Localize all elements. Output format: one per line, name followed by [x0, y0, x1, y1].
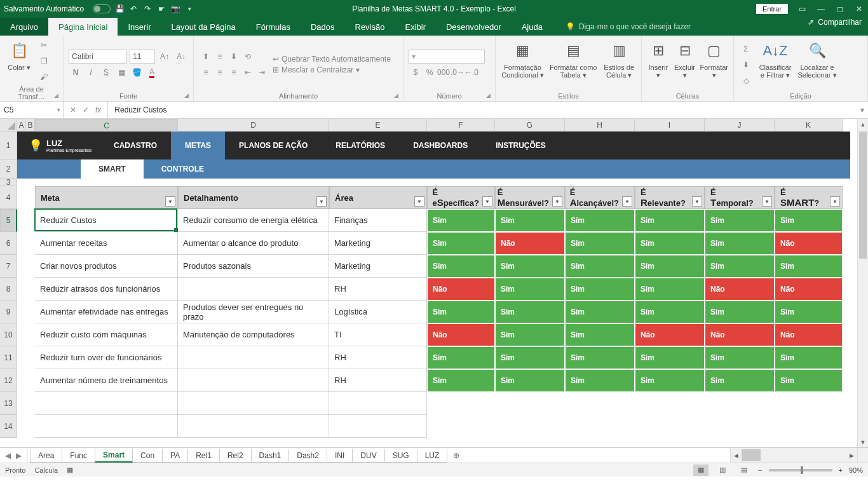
cell-smart-4[interactable]: Sim [705, 255, 775, 278]
column-header-C[interactable]: C [35, 119, 178, 133]
tab-file[interactable]: Arquivo [0, 18, 48, 36]
fill-icon[interactable]: ⬇ [739, 58, 753, 72]
page-layout-view-icon[interactable]: ▥ [715, 464, 730, 476]
scroll-right-icon[interactable]: ▶ [846, 448, 857, 463]
tab-help[interactable]: Ajuda [512, 18, 553, 36]
column-header-F[interactable]: F [427, 119, 495, 132]
column-header-K[interactable]: K [775, 119, 843, 132]
row-header-2[interactable]: 2 [0, 159, 17, 179]
tab-layout[interactable]: Layout da Página [161, 18, 246, 36]
autosave-toggle[interactable] [93, 4, 111, 13]
tab-insert[interactable]: Inserir [118, 18, 161, 36]
row-header-8[interactable]: 8 [0, 278, 17, 301]
cell-smart-0[interactable]: Não [427, 278, 495, 301]
sheet-nav-next-icon[interactable]: ▶ [16, 451, 22, 460]
copy-icon[interactable]: ❐ [37, 54, 51, 68]
cell-smart-1[interactable]: Não [495, 232, 565, 255]
scroll-down-icon[interactable]: ▼ [858, 437, 868, 447]
sheet-tab-pa[interactable]: PA [162, 449, 188, 463]
qat-more-icon[interactable]: ▾ [184, 4, 194, 14]
cell-meta[interactable]: Reduzir custo com máquinas [35, 323, 178, 346]
sheet-tab-dash2[interactable]: Dash2 [288, 449, 327, 463]
cell-smart-4[interactable]: Não [705, 323, 775, 346]
autosum-icon[interactable]: Σ [739, 42, 753, 56]
cell-smart-2[interactable]: Sim [565, 255, 635, 278]
subnav-tab-smart[interactable]: SMART [81, 159, 144, 179]
inc-decimal-icon[interactable]: .0→ [451, 65, 465, 79]
dialog-launcher-icon[interactable]: ◢ [394, 92, 402, 100]
cell-empty[interactable] [178, 415, 329, 438]
cell-smart-5[interactable]: Sim [775, 209, 843, 232]
macro-icon[interactable]: ▦ [67, 466, 73, 474]
cell-smart-4[interactable]: Não [705, 278, 775, 301]
fill-color-icon[interactable]: 🪣 [130, 65, 144, 79]
row-header-1[interactable]: 1 [0, 132, 17, 159]
sheet-tab-sug[interactable]: SUG [384, 449, 417, 463]
cell-smart-2[interactable]: Sim [565, 278, 635, 301]
font-name-select[interactable]: Calibri [69, 50, 127, 64]
cancel-formula-icon[interactable]: ✕ [70, 105, 76, 114]
column-header-D[interactable]: D [178, 119, 329, 132]
cell-meta[interactable]: Criar novos produtos [35, 255, 178, 278]
column-header-A[interactable]: A [17, 119, 26, 132]
row-header-10[interactable]: 10 [0, 323, 17, 346]
column-header-G[interactable]: G [495, 119, 565, 132]
tab-view[interactable]: Exibir [395, 18, 436, 36]
horizontal-scrollbar[interactable]: ◀ ▶ [730, 448, 857, 463]
orientation-icon[interactable]: ⟲ [241, 50, 255, 64]
thousands-icon[interactable]: 000 [437, 65, 451, 79]
filter-dropdown-icon[interactable]: ▼ [482, 196, 492, 207]
cell-empty[interactable] [178, 392, 329, 415]
sheet-tab-dash1[interactable]: Dash1 [251, 449, 290, 463]
percent-icon[interactable]: % [423, 65, 437, 79]
find-select-button[interactable]: 🔍Localizar e Selecionar ▾ [797, 38, 837, 91]
cell-empty[interactable] [35, 415, 178, 438]
row-header-5[interactable]: 5 [0, 209, 17, 232]
cell-smart-2[interactable]: Sim [565, 209, 635, 232]
cell-area[interactable]: RH [329, 346, 427, 369]
paste-button[interactable]: 📋 Colar ▾ [5, 38, 33, 84]
filter-dropdown-icon[interactable]: ▼ [414, 196, 424, 207]
cell-smart-5[interactable]: Não [775, 232, 843, 255]
conditional-format-button[interactable]: ▦Formatação Condicional ▾ [501, 38, 545, 91]
row-header-11[interactable]: 11 [0, 346, 17, 369]
sheet-tab-area[interactable]: Area [30, 449, 62, 463]
align-left-icon[interactable]: ≡ [199, 65, 213, 79]
row-header-12[interactable]: 12 [0, 369, 17, 392]
indent-inc-icon[interactable]: ⇥ [255, 65, 269, 79]
worksheet-grid[interactable]: ABCDEFGHIJK 1234567891011121314 💡LUZPlan… [0, 119, 868, 447]
camera-icon[interactable]: 📷 [170, 4, 180, 14]
cell-smart-5[interactable]: Sim [775, 301, 843, 323]
cell-smart-2[interactable]: Sim [565, 369, 635, 392]
align-center-icon[interactable]: ≡ [213, 65, 227, 79]
close-icon[interactable]: ✕ [854, 4, 864, 14]
cell-smart-3[interactable]: Sim [635, 209, 705, 232]
subnav-tab-controle[interactable]: CONTROLE [144, 159, 222, 179]
undo-icon[interactable]: ↶ [128, 4, 139, 14]
sheet-tab-duv[interactable]: DUV [352, 449, 384, 463]
sheet-tab-rel2[interactable]: Rel2 [219, 449, 252, 463]
cell-smart-3[interactable]: Sim [635, 301, 705, 323]
cell-meta[interactable]: Aumentar número de treinamentos [35, 369, 178, 392]
delete-cells-button[interactable]: ⊟Excluir ▾ [674, 38, 696, 91]
cell-smart-1[interactable]: Sim [495, 278, 565, 301]
nav-tab-metas[interactable]: METAS [171, 132, 225, 159]
shrink-font-icon[interactable]: A↓ [174, 50, 188, 64]
cell-smart-3[interactable]: Sim [635, 346, 705, 369]
cell-smart-1[interactable]: Sim [495, 346, 565, 369]
underline-icon[interactable]: S [99, 65, 113, 79]
cell-smart-3[interactable]: Não [635, 323, 705, 346]
cell-smart-0[interactable]: Sim [427, 255, 495, 278]
cell-det[interactable] [178, 369, 329, 392]
format-painter-icon[interactable]: 🖌 [37, 70, 51, 84]
sheet-tab-rel1[interactable]: Rel1 [187, 449, 220, 463]
row-header-6[interactable]: 6 [0, 232, 17, 255]
page-break-view-icon[interactable]: ▤ [736, 464, 752, 476]
zoom-out-icon[interactable]: − [758, 466, 762, 474]
merge-button[interactable]: Mesclar e Centralizar ▾ [281, 65, 360, 74]
filter-dropdown-icon[interactable]: ▼ [165, 196, 175, 207]
cell-det[interactable]: Reduzir consumo de energia elétrica [178, 209, 329, 232]
cell-smart-0[interactable]: Sim [427, 369, 495, 392]
filter-dropdown-icon[interactable]: ▼ [762, 196, 772, 207]
number-format-select[interactable]: ▾ [409, 50, 485, 64]
